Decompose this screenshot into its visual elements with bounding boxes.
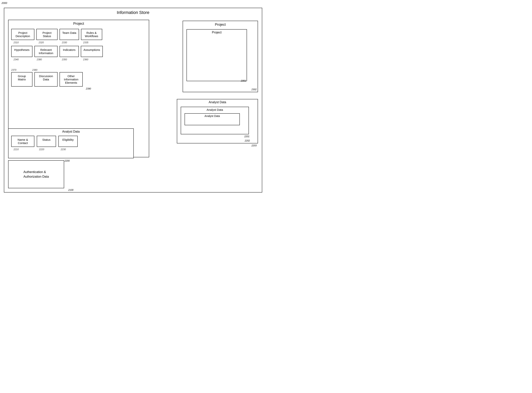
label-2202: 2202 — [245, 139, 250, 142]
right-project-inner-title: Project — [187, 29, 247, 35]
label-2330: 2330 — [62, 41, 67, 44]
label-2390: 2390 — [86, 87, 91, 90]
project-description-box: Project Description 2310 — [11, 29, 34, 40]
right-analyst-mid-title: Analyst Data — [181, 107, 249, 112]
label-2230: 2230 — [61, 148, 66, 151]
label-2310: 2310 — [14, 41, 19, 44]
label-2320: 2320 — [39, 41, 44, 44]
eligibility-box: Eligibility 2230 — [58, 136, 78, 147]
label-2301: 2301 — [241, 79, 246, 82]
other-info-box: Other Information Elements 2390 — [59, 72, 83, 87]
label-2302: 2302 — [251, 88, 257, 91]
discussion-data-box: Discussion Data — [34, 72, 58, 87]
label-2380: 2380 — [37, 58, 42, 61]
project-section-title: Project — [9, 20, 149, 27]
label-2000: 2000 — [2, 2, 7, 5]
label-2210: 2210 — [14, 148, 19, 151]
label-2100: 2100 — [68, 189, 73, 191]
label-2201: 2201 — [244, 135, 249, 138]
relevant-info-box: Relevant Information 2380 — [34, 46, 58, 57]
label-2380b: 2380 — [32, 63, 38, 71]
label-2335: 2335 — [83, 41, 88, 44]
right-analyst-inner-title: Analyst Data — [185, 114, 239, 118]
right-analyst-outer: Analyst Data Analyst Data Analyst Data 2… — [177, 99, 258, 143]
right-project-inner: Project — [186, 29, 247, 81]
analyst-section-title: Analyst Data — [9, 129, 133, 135]
team-data-box: Team Data 2330 — [59, 29, 79, 40]
label-2200: 2200 — [64, 159, 70, 162]
right-analyst-inner: Analyst Data — [185, 113, 240, 125]
assumptions-box: Assumptions 2360 — [81, 46, 103, 57]
name-contact-box: Name & Contact 2210 — [11, 136, 34, 147]
label-2340: 2340 — [14, 58, 19, 61]
analyst-section: Analyst Data Name & Contact 2210 Status … — [8, 128, 134, 158]
label-2350: 2350 — [62, 58, 67, 61]
right-project-outer-title: Project — [183, 21, 258, 28]
label-2220: 2220 — [39, 148, 44, 151]
status-box: Status 2220 — [37, 136, 56, 147]
label-2203: 2203 — [251, 144, 257, 147]
auth-section: Authentication & Authorization Data 2100 — [8, 160, 64, 188]
auth-text: Authentication & Authorization Data — [23, 170, 49, 179]
right-analyst-mid: Analyst Data Analyst Data 2201 — [181, 107, 249, 134]
indicators-box: Indicators 2350 — [59, 46, 79, 57]
group-matrix-box: Group Matrix — [11, 72, 33, 87]
project-status-box: Project Status 2320 — [36, 29, 58, 40]
main-container: Information Store 2300 Project Project D… — [4, 8, 262, 192]
right-analyst-outer-title: Analyst Data — [177, 99, 258, 105]
label-2370: 2370 — [11, 63, 16, 71]
hypotheses-box: Hypotheses 2340 — [11, 46, 33, 57]
right-project-outer: Project Project 2302 2301 — [183, 21, 258, 92]
main-title: Information Store — [4, 8, 262, 16]
rules-workflows-box: Rules & Workflows 2335 — [81, 29, 102, 40]
label-2360: 2360 — [83, 58, 88, 61]
